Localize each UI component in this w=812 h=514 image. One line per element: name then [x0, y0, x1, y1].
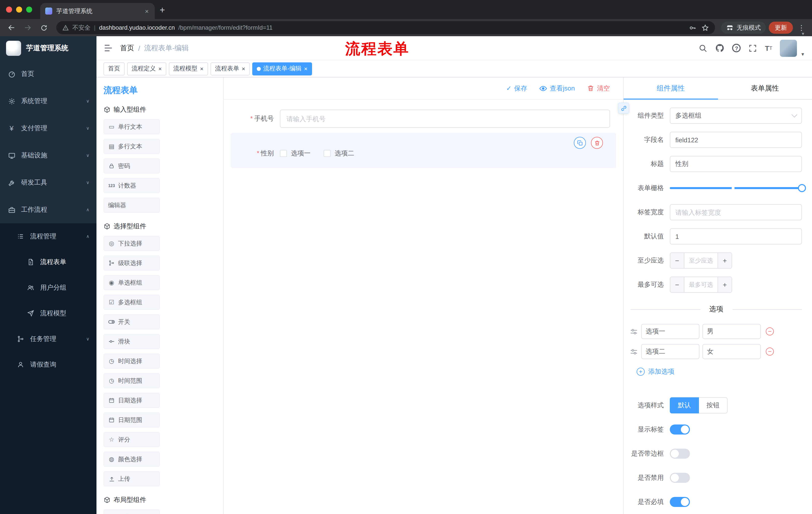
comp-color-picker[interactable]: ◍颜色选择: [104, 452, 160, 467]
option-value-input[interactable]: [702, 344, 761, 359]
security-label[interactable]: 不安全: [72, 23, 90, 32]
slider-track[interactable]: [670, 187, 802, 189]
github-icon[interactable]: [715, 43, 725, 53]
decrease-button[interactable]: −: [670, 253, 685, 268]
copy-field-button[interactable]: [574, 137, 586, 149]
sidebar-item-workflow[interactable]: 工作流程 ∧: [0, 196, 96, 223]
address-bar[interactable]: 不安全 | dashboard.yudao.iocoder.cn/bpm/man…: [56, 21, 715, 34]
title-input[interactable]: [670, 156, 802, 172]
sidebar-item-payment[interactable]: ¥ 支付管理 ∨: [0, 115, 96, 142]
update-button[interactable]: 更新: [769, 22, 793, 34]
increase-button[interactable]: +: [718, 253, 732, 268]
sidebar-item-devtools[interactable]: 研发工具 ∨: [0, 169, 96, 196]
sidebar-item-process-management[interactable]: 流程管理 ∧: [0, 223, 96, 249]
canvas-field-phone[interactable]: 手机号: [237, 110, 610, 128]
decrease-button[interactable]: −: [670, 277, 685, 292]
min-select-input[interactable]: 至少应选: [685, 253, 718, 268]
bookmark-star-icon[interactable]: [701, 24, 709, 31]
comp-single-text[interactable]: ▭单行文本: [104, 119, 160, 134]
comp-cascader[interactable]: 级联选择: [104, 255, 160, 271]
comp-multi-text[interactable]: ▤多行文本: [104, 139, 160, 154]
reload-icon[interactable]: [37, 21, 50, 34]
tag-close-icon[interactable]: ×: [158, 65, 162, 72]
gender-option-1[interactable]: 选项一: [280, 149, 311, 158]
style-button-button[interactable]: 按钮: [699, 397, 728, 413]
drag-handle-icon[interactable]: [630, 327, 638, 336]
tag-process-definition[interactable]: 流程定义 ×: [127, 62, 166, 75]
remove-option-icon[interactable]: −: [766, 348, 774, 356]
minimize-window-button[interactable]: [16, 6, 22, 12]
comp-date-range[interactable]: 日期范围: [104, 412, 160, 428]
sidebar-item-process-model[interactable]: 流程模型: [0, 300, 96, 326]
max-select-input[interactable]: 最多可选: [685, 277, 718, 292]
font-size-icon[interactable]: TT: [765, 44, 772, 52]
component-type-select[interactable]: 多选框组: [670, 108, 802, 124]
clear-button[interactable]: 清空: [587, 84, 610, 93]
increase-button[interactable]: +: [718, 277, 732, 292]
comp-time-picker[interactable]: ◷时间选择: [104, 354, 160, 369]
checkbox-unchecked-icon[interactable]: [324, 150, 330, 157]
sidebar-item-home[interactable]: 首页: [0, 60, 96, 87]
drag-handle-icon[interactable]: [630, 347, 638, 356]
browser-tab[interactable]: 芋道管理系统 ×: [40, 3, 155, 19]
search-icon[interactable]: [699, 44, 708, 53]
comp-time-range[interactable]: ◷时间范围: [104, 373, 160, 388]
avatar[interactable]: [780, 39, 797, 57]
chevron-down-icon[interactable]: ▼: [801, 32, 805, 36]
tag-home[interactable]: 首页: [104, 62, 125, 75]
sidebar-item-user-group[interactable]: 用户分组: [0, 275, 96, 300]
tag-close-icon[interactable]: ×: [200, 65, 203, 72]
sidebar-item-process-form[interactable]: 流程表单: [0, 249, 96, 275]
disabled-toggle[interactable]: [670, 473, 690, 483]
tab-close-icon[interactable]: ×: [144, 7, 150, 15]
comp-password[interactable]: 密码: [104, 158, 160, 173]
password-key-icon[interactable]: [689, 24, 696, 31]
default-value-input[interactable]: [670, 228, 802, 244]
not-secure-warning-icon[interactable]: [62, 24, 69, 31]
label-width-input[interactable]: [670, 204, 802, 220]
style-default-button[interactable]: 默认: [670, 397, 699, 413]
field-name-input[interactable]: [670, 132, 802, 148]
comp-editor[interactable]: 编辑器: [104, 198, 160, 213]
link-icon[interactable]: [618, 103, 629, 114]
option-label-input[interactable]: [641, 344, 699, 359]
sidebar-item-system[interactable]: 系统管理 ∨: [0, 87, 96, 115]
comp-counter[interactable]: 123计数器: [104, 178, 160, 193]
tab-form-props[interactable]: 表单属性: [718, 77, 812, 99]
option-label-input[interactable]: [641, 324, 699, 339]
remove-option-icon[interactable]: −: [766, 327, 774, 335]
close-window-button[interactable]: [6, 6, 12, 12]
tab-component-props[interactable]: 组件属性: [624, 77, 718, 99]
help-icon[interactable]: ?: [732, 44, 741, 52]
comp-switch[interactable]: 开关: [104, 314, 160, 329]
comp-upload[interactable]: 上传: [104, 471, 160, 486]
checkbox-unchecked-icon[interactable]: [280, 150, 287, 157]
comp-slider[interactable]: 滑块: [104, 334, 160, 349]
comp-checkbox-group[interactable]: ☑多选框组: [104, 295, 160, 310]
required-toggle[interactable]: [670, 497, 690, 507]
comp-select[interactable]: ◎下拉选择: [104, 236, 160, 251]
gender-option-2[interactable]: 选项二: [324, 149, 354, 158]
view-json-button[interactable]: 查看json: [539, 84, 575, 93]
sidebar-item-task-management[interactable]: 任务管理 ∨: [0, 326, 96, 352]
comp-date-picker[interactable]: 日期选择: [104, 393, 160, 408]
tag-process-form[interactable]: 流程表单 ×: [210, 62, 250, 75]
phone-input[interactable]: [280, 110, 610, 128]
browser-menu-icon[interactable]: ⋮: [796, 24, 807, 32]
new-tab-button[interactable]: +: [155, 2, 170, 18]
chevron-down-icon[interactable]: ▼: [801, 52, 805, 57]
form-grid-slider[interactable]: [670, 180, 802, 196]
back-icon[interactable]: [5, 21, 18, 34]
option-value-input[interactable]: [702, 324, 761, 339]
tag-process-form-edit[interactable]: 流程表单-编辑 ×: [252, 62, 312, 75]
add-option-button[interactable]: + 添加选项: [637, 367, 802, 376]
tag-close-icon[interactable]: ×: [242, 65, 245, 72]
sidebar-logo[interactable]: 芋道管理系统: [0, 36, 96, 60]
forward-icon[interactable]: [21, 21, 34, 34]
save-button[interactable]: ✓ 保存: [506, 84, 527, 93]
breadcrumb-home[interactable]: 首页: [120, 44, 134, 53]
fullscreen-icon[interactable]: [749, 44, 757, 53]
canvas-field-gender-selected[interactable]: 性别 选项一 选项二: [231, 133, 616, 168]
delete-field-button[interactable]: [591, 137, 603, 149]
slider-handle[interactable]: [798, 184, 806, 192]
